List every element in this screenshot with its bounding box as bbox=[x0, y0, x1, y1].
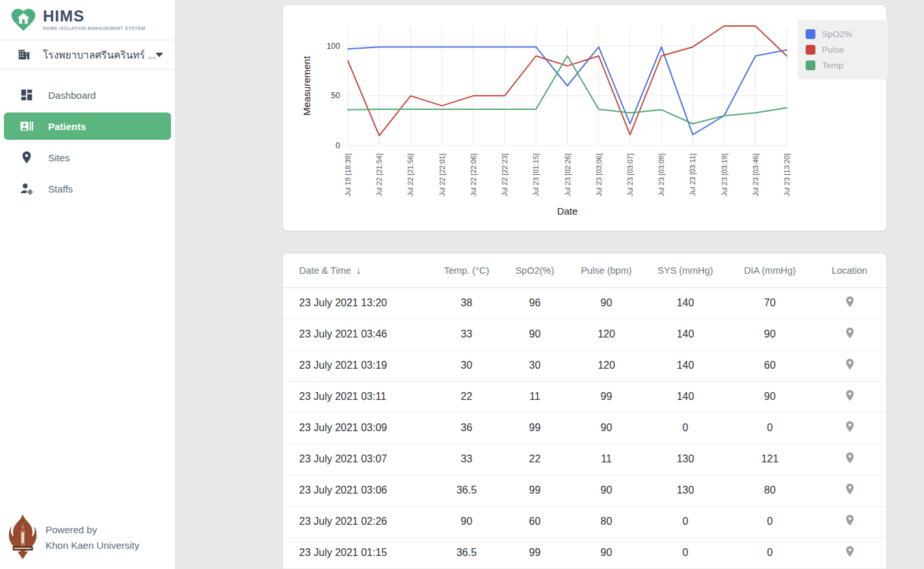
dashboard-icon bbox=[20, 88, 34, 102]
heart-house-logo-icon bbox=[9, 5, 38, 34]
legend-item-spo2[interactable]: SpO2% bbox=[806, 26, 880, 42]
cell-pulse: 90 bbox=[569, 475, 644, 506]
cell-sys: 140 bbox=[644, 287, 727, 319]
table-row: 23 July 2021 03:19 30 30 120 140 60 bbox=[283, 350, 886, 381]
svg-text:Measurement: Measurement bbox=[301, 55, 312, 116]
cell-dia: 90 bbox=[727, 381, 813, 412]
table-row: 23 July 2021 03:06 36.5 99 90 130 80 bbox=[283, 475, 886, 506]
location-pin-icon[interactable] bbox=[843, 483, 856, 496]
location-pin-icon[interactable] bbox=[843, 545, 856, 558]
cell-dia: 121 bbox=[727, 443, 813, 475]
sidebar-item-staffs[interactable]: Staffs bbox=[4, 175, 171, 202]
legend-label: Temp bbox=[822, 60, 843, 70]
cell-datetime: 23 July 2021 03:06 bbox=[283, 475, 432, 506]
app-title: HIMS bbox=[43, 8, 146, 24]
table-row: 23 July 2021 03:46 33 90 120 140 90 bbox=[283, 319, 886, 350]
cell-location bbox=[813, 350, 886, 381]
legend-item-temp[interactable]: Temp bbox=[806, 57, 880, 73]
temp-legend-swatch bbox=[806, 60, 815, 70]
cell-sys: 0 bbox=[644, 412, 727, 443]
cell-dia: 80 bbox=[727, 475, 813, 506]
cell-spo2: 60 bbox=[501, 506, 569, 537]
main-content: Jul 19 [18:39]Jul 22 [21:54]Jul 22 [21:5… bbox=[176, 0, 924, 569]
cell-temp: 33 bbox=[432, 319, 501, 350]
sidebar-item-dashboard[interactable]: Dashboard bbox=[4, 81, 171, 109]
cell-temp: 36 bbox=[432, 412, 501, 443]
location-pin-icon[interactable] bbox=[843, 326, 856, 339]
location-pin-icon[interactable] bbox=[843, 514, 856, 527]
svg-text:Jul 23 [03:06]: Jul 23 [03:06] bbox=[595, 153, 603, 196]
cell-pulse: 120 bbox=[569, 319, 644, 350]
cell-dia: 0 bbox=[727, 537, 813, 568]
table-row: 23 July 2021 03:07 33 22 11 130 121 bbox=[283, 443, 886, 475]
cell-datetime: 23 July 2021 02:26 bbox=[283, 506, 432, 537]
svg-text:Jul 23 [02:26]: Jul 23 [02:26] bbox=[564, 153, 572, 196]
cell-spo2: 11 bbox=[501, 381, 569, 412]
header-pulse: Pulse (bpm) bbox=[569, 254, 644, 287]
sidebar-item-sites[interactable]: Sites bbox=[4, 144, 171, 171]
pulse-legend-swatch bbox=[806, 45, 815, 55]
location-pin-icon[interactable] bbox=[843, 295, 856, 308]
spo2-legend-swatch bbox=[806, 29, 815, 39]
sidebar-item-label: Patients bbox=[48, 121, 86, 132]
svg-text:Jul 22 [22:23]: Jul 22 [22:23] bbox=[501, 153, 508, 196]
cell-temp: 36.5 bbox=[432, 537, 501, 568]
cell-pulse: 99 bbox=[569, 381, 644, 412]
cell-location bbox=[813, 412, 886, 443]
cell-spo2: 22 bbox=[501, 443, 569, 475]
hospital-building-icon bbox=[17, 47, 31, 62]
cell-temp: 90 bbox=[432, 506, 501, 537]
table-row: 23 July 2021 03:09 36 99 90 0 0 bbox=[283, 412, 886, 443]
svg-text:100: 100 bbox=[326, 42, 340, 51]
cell-datetime: 23 July 2021 03:19 bbox=[283, 350, 432, 381]
cell-spo2: 90 bbox=[501, 319, 569, 350]
svg-text:Jul 22 [22:01]: Jul 22 [22:01] bbox=[438, 153, 446, 196]
cell-sys: 0 bbox=[644, 537, 727, 568]
vitals-table-card: Date & Time↓ Temp. (°C) SpO2(%) Pulse (b… bbox=[283, 254, 886, 569]
svg-text:50: 50 bbox=[331, 91, 340, 100]
cell-dia: 0 bbox=[727, 506, 813, 537]
svg-text:Date: Date bbox=[557, 205, 578, 217]
cell-spo2: 99 bbox=[501, 475, 569, 506]
legend-label: SpO2% bbox=[822, 29, 852, 39]
svg-text:Jul 23 [13:20]: Jul 23 [13:20] bbox=[783, 153, 791, 196]
legend-label: Pulse bbox=[822, 45, 844, 55]
vitals-table: Date & Time↓ Temp. (°C) SpO2(%) Pulse (b… bbox=[283, 254, 886, 569]
powered-by-block: Powered by Khon Kaen University bbox=[46, 522, 139, 553]
vitals-line-chart: Jul 19 [18:39]Jul 22 [21:54]Jul 22 [21:5… bbox=[283, 5, 886, 231]
svg-text:Jul 23 [03:46]: Jul 23 [03:46] bbox=[752, 153, 759, 196]
table-row: 23 July 2021 01:15 36.5 99 90 0 0 bbox=[283, 537, 886, 568]
cell-location bbox=[813, 475, 886, 506]
app-title-block: HIMS HOME ISOLATION MANAGEMENT SYSTEM bbox=[43, 8, 146, 31]
svg-text:Jul 23 [03:07]: Jul 23 [03:07] bbox=[626, 153, 634, 196]
sidebar-item-label: Sites bbox=[48, 152, 70, 163]
cell-temp: 30 bbox=[432, 350, 501, 381]
legend-item-pulse[interactable]: Pulse bbox=[806, 42, 880, 57]
cell-datetime: 23 July 2021 03:07 bbox=[283, 443, 432, 475]
cell-location bbox=[813, 443, 886, 475]
location-pin-icon[interactable] bbox=[843, 358, 856, 371]
cell-datetime: 23 July 2021 03:46 bbox=[283, 319, 432, 350]
location-pin-icon[interactable] bbox=[843, 451, 856, 464]
location-pin-icon[interactable] bbox=[843, 420, 856, 433]
hospital-selector[interactable]: โรงพยาบาลศรีนครินทร์ ... bbox=[0, 40, 175, 70]
svg-text:Jul 22 [21:54]: Jul 22 [21:54] bbox=[375, 153, 383, 196]
header-sys: SYS (mmHg) bbox=[644, 254, 727, 287]
header-temp: Temp. (°C) bbox=[432, 254, 501, 287]
cell-dia: 90 bbox=[727, 319, 813, 350]
cell-datetime: 23 July 2021 03:11 bbox=[283, 381, 432, 412]
svg-text:Jul 22 [22:06]: Jul 22 [22:06] bbox=[469, 153, 477, 196]
app-logo: HIMS HOME ISOLATION MANAGEMENT SYSTEM bbox=[0, 0, 175, 40]
location-pin-icon[interactable] bbox=[843, 389, 856, 402]
staffs-icon bbox=[20, 181, 34, 196]
header-date-time[interactable]: Date & Time↓ bbox=[283, 254, 432, 287]
cell-temp: 22 bbox=[432, 381, 501, 412]
sort-descending-icon[interactable]: ↓ bbox=[356, 265, 362, 276]
table-row: 23 July 2021 02:26 90 60 80 0 0 bbox=[283, 506, 886, 537]
svg-text:Jul 23 [03:19]: Jul 23 [03:19] bbox=[720, 153, 728, 196]
svg-text:Jul 19 [18:39]: Jul 19 [18:39] bbox=[344, 153, 352, 196]
cell-pulse: 80 bbox=[569, 506, 644, 537]
cell-pulse: 11 bbox=[569, 443, 644, 475]
header-dia: DIA (mmHg) bbox=[727, 254, 813, 287]
sidebar-item-patients[interactable]: Patients bbox=[4, 112, 171, 140]
